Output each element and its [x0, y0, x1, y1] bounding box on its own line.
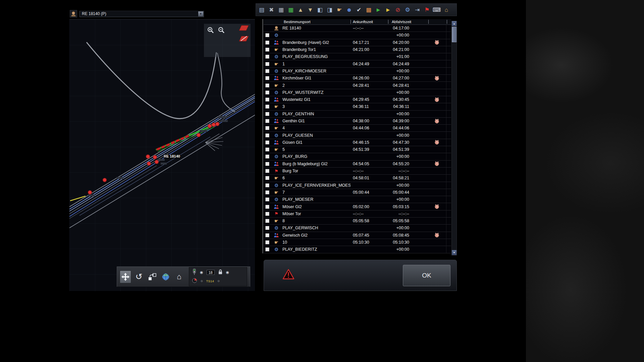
- row-checkbox[interactable]: [265, 126, 269, 130]
- row-checkbox[interactable]: [265, 41, 269, 45]
- world-view-button[interactable]: [160, 270, 171, 283]
- add-stop-button[interactable]: ►: [384, 5, 392, 14]
- row-checkbox[interactable]: [265, 176, 269, 180]
- scroll-up-button[interactable]: ▲: [452, 21, 457, 26]
- flag-tool-button[interactable]: ⚑: [423, 5, 431, 14]
- remove-service-button[interactable]: ⊘: [393, 5, 402, 14]
- grid-view-active-button[interactable]: ▦: [286, 5, 295, 14]
- goto-object-button[interactable]: [147, 270, 158, 283]
- table-row[interactable]: ⚙ ☛ ⚑ PLAY_GUESEN +00:00: [264, 132, 451, 139]
- table-row[interactable]: ⚙ ☛ ⚑ 1 04:24:49 04:24:49: [264, 60, 451, 67]
- table-row[interactable]: ⚙ ☛ ⚑ 7 05:00:44 05:00:44: [264, 189, 451, 196]
- move-down-button[interactable]: ▼: [306, 5, 315, 14]
- table-row[interactable]: ⚙ ☛ ⚑ 5 04:51:39 04:51:39: [264, 146, 451, 153]
- scrollbar-thumb[interactable]: [452, 27, 457, 42]
- row-checkbox[interactable]: [265, 98, 269, 102]
- table-row[interactable]: ⚙ ☛ ⚑ 4 04:44:06 04:44:06: [264, 125, 451, 132]
- row-checkbox[interactable]: [265, 162, 269, 166]
- table-row[interactable]: ⚙ ☛ ⚑ Möser Tor --:--:-- --:--:--: [264, 210, 451, 218]
- row-checkbox[interactable]: [265, 62, 269, 66]
- row-checkbox[interactable]: [265, 190, 269, 194]
- table-row[interactable]: ⚙ ☛ ⚑ Burg Tor --:--:-- --:--:--: [264, 168, 451, 175]
- row-checkbox[interactable]: [265, 169, 269, 173]
- task-check-button[interactable]: ✔: [355, 5, 363, 14]
- table-row[interactable]: ⚙ ☛ ⚑ PLAY_KIRCHMOESER +00:00: [264, 68, 451, 75]
- row-checkbox[interactable]: [265, 133, 269, 137]
- insert-after-button[interactable]: ◨: [325, 5, 334, 14]
- delete-button[interactable]: ✖: [267, 5, 276, 14]
- row-checkbox[interactable]: [265, 183, 269, 187]
- ts-toggle[interactable]: ○: [217, 279, 220, 283]
- table-row[interactable]: ⚙ ☛ ⚑ Brandenburg Tor1 04:21:00 04:21:00: [264, 46, 451, 53]
- table-row[interactable]: ⚙ ☛ ⚑ Kirchmöser Gl1 04:26:00 04:27:00: [264, 75, 451, 82]
- table-row[interactable]: ⚙ ☛ ⚑ PLAY_GERWISCH +00:00: [264, 225, 451, 232]
- service-settings-button[interactable]: ⚙: [403, 5, 412, 14]
- depot-button[interactable]: ⌂: [442, 5, 451, 14]
- passenger-tool-button[interactable]: ☻: [345, 5, 354, 14]
- row-checkbox[interactable]: [265, 105, 269, 109]
- lock-toggle[interactable]: ◉: [226, 270, 229, 274]
- insert-before-button[interactable]: ◧: [316, 5, 324, 14]
- table-row[interactable]: ⚙ ☛ ⚑ 2 04:28:41 04:28:41: [264, 82, 451, 89]
- ok-button[interactable]: OK: [403, 265, 450, 286]
- rotate-view-button[interactable]: ↺: [133, 270, 145, 283]
- row-checkbox[interactable]: [265, 197, 269, 201]
- table-row[interactable]: ⚙ ☛ ⚑ Brandenburg (Havel) Gl2 04:17:21 0…: [264, 39, 451, 46]
- zoom-out-button[interactable]: [217, 26, 225, 34]
- row-checkbox[interactable]: [265, 33, 269, 37]
- table-row[interactable]: ⚙ ☛ ⚑ 6 04:58:01 04:58:21: [264, 175, 451, 182]
- row-checkbox[interactable]: [265, 247, 269, 251]
- table-row[interactable]: ⚙ ☛ ⚑ PLAY_MOESER +00:00: [264, 196, 451, 203]
- area-tool-button[interactable]: [239, 25, 249, 32]
- table-row[interactable]: ⚙ ☛ ⚑ PLAY_BIEDERITZ +00:00: [264, 246, 451, 253]
- table-row[interactable]: ⚙ ☛ ⚑ Genthin Gl1 04:38:00 04:39:00: [264, 118, 451, 125]
- row-checkbox[interactable]: [265, 119, 269, 123]
- row-checkbox[interactable]: [265, 240, 269, 244]
- train-selector[interactable]: RE 18140 (P) ▼: [79, 11, 204, 17]
- row-checkbox[interactable]: [265, 212, 269, 216]
- table-row[interactable]: ⚙ ☛ ⚑ Burg (b Magdeburg) Gl2 04:54:05 04…: [264, 161, 451, 168]
- table-row[interactable]: ⚙ ☛ ⚑ RE 18140 --:--:-- 04:17:00: [264, 25, 451, 32]
- keypad-button[interactable]: ⌨: [432, 5, 441, 14]
- row-checkbox[interactable]: [265, 83, 269, 87]
- table-row[interactable]: ⚙ ☛ ⚑ +00:00: [264, 32, 451, 39]
- table-row[interactable]: ⚙ ☛ ⚑ PLAY_GENTHIN +00:00: [264, 111, 451, 118]
- row-checkbox[interactable]: [265, 147, 269, 152]
- table-row[interactable]: ⚙ ☛ ⚑ PLAY_BEGRUESSUNG +01:00: [264, 53, 451, 60]
- grid-view-button[interactable]: ▦: [277, 5, 285, 14]
- area-edit-button[interactable]: [239, 35, 249, 43]
- row-checkbox[interactable]: [265, 76, 269, 80]
- table-row[interactable]: ⚙ ☛ ⚑ 8 05:05:58 05:05:58: [264, 218, 451, 225]
- row-checkbox[interactable]: [265, 112, 269, 116]
- map-view[interactable]: RE 18140: [69, 19, 255, 291]
- row-checkbox[interactable]: [265, 90, 269, 95]
- table-row[interactable]: ⚙ ☛ ⚑ 10 05:10:30 05:10:30: [264, 239, 451, 246]
- zoom-in-button[interactable]: [207, 26, 215, 34]
- row-checkbox[interactable]: [265, 205, 269, 209]
- row-checkbox[interactable]: [265, 69, 269, 73]
- row-checkbox[interactable]: [265, 226, 269, 230]
- pan-tool-button[interactable]: [120, 270, 131, 283]
- switch-toggle[interactable]: ○: [201, 279, 203, 283]
- row-checkbox[interactable]: [265, 233, 269, 237]
- row-checkbox[interactable]: [265, 219, 269, 223]
- table-row[interactable]: ⚙ ☛ ⚑ Möser Gl2 05:02:00 05:03:15: [264, 203, 451, 210]
- table-row[interactable]: ⚙ ☛ ⚑ PLAY_ICE_FERNVERKEHR_MOES +00:00: [264, 182, 451, 189]
- row-checkbox[interactable]: [265, 48, 269, 52]
- track-count-field[interactable]: 18: [207, 270, 215, 275]
- table-row[interactable]: ⚙ ☛ ⚑ PLAY_WUSTERWITZ +00:00: [264, 89, 451, 96]
- railway-map[interactable]: RE 18140: [69, 19, 255, 291]
- home-view-button[interactable]: ⌂: [173, 270, 185, 283]
- row-checkbox[interactable]: [265, 155, 269, 159]
- color-grid-button[interactable]: ▩: [364, 5, 373, 14]
- timetable-scrollbar[interactable]: ▲ ▼: [451, 21, 457, 255]
- scroll-down-button[interactable]: ▼: [452, 250, 457, 255]
- join-service-button[interactable]: ⇥: [413, 5, 422, 14]
- save-button[interactable]: ▤: [257, 5, 266, 14]
- table-row[interactable]: ⚙ ☛ ⚑ Güsen Gl1 04:46:15 04:47:30: [264, 139, 451, 146]
- pointer-tool-button[interactable]: ☛: [335, 5, 344, 14]
- table-row[interactable]: ⚙ ☛ ⚑ 3 04:36:11 04:36:11: [264, 103, 451, 110]
- move-up-button[interactable]: ▲: [296, 5, 305, 14]
- table-row[interactable]: ⚙ ☛ ⚑ Gerwisch Gl2 05:07:45 05:08:45: [264, 232, 451, 239]
- signal-toggle[interactable]: ◉: [200, 270, 203, 274]
